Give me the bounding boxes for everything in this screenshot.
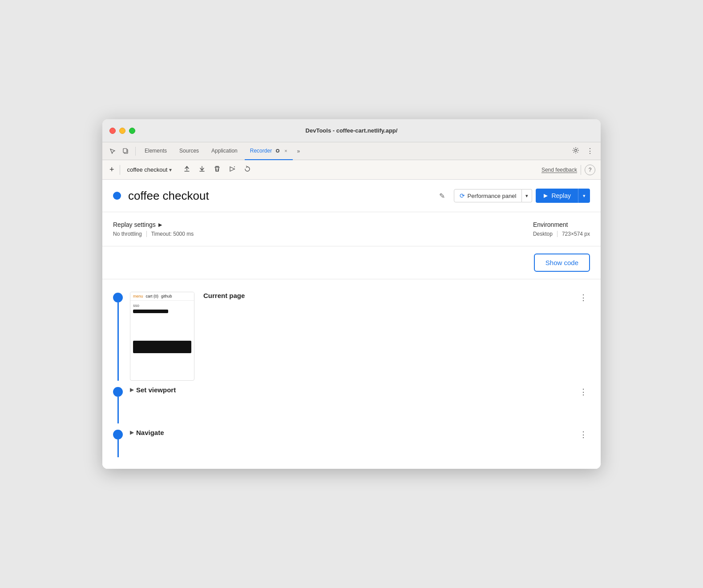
toolbar-divider-1 bbox=[120, 165, 120, 175]
recording-status-dot bbox=[113, 192, 121, 200]
step-more-button-navigate[interactable]: ⋮ bbox=[577, 429, 590, 440]
close-traffic-light[interactable] bbox=[109, 128, 116, 134]
step-dot-set-viewport bbox=[113, 387, 123, 397]
show-code-button[interactable]: Show code bbox=[534, 254, 590, 272]
replay-settings-title[interactable]: Replay settings ▶ bbox=[113, 221, 194, 228]
environment-group: Environment Desktop 723×574 px bbox=[533, 221, 590, 237]
maximize-traffic-light[interactable] bbox=[129, 128, 135, 134]
step-item-current-page: menu cart (0) github sso bbox=[102, 286, 601, 381]
delete-icon bbox=[214, 165, 221, 173]
cursor-icon-btn[interactable] bbox=[107, 146, 118, 156]
settings-expand-arrow: ▶ bbox=[158, 222, 162, 228]
title-bar: DevTools - coffee-cart.netlify.app/ bbox=[102, 119, 601, 142]
tab-sources[interactable]: Sources bbox=[174, 142, 204, 160]
env-pipe bbox=[557, 231, 558, 237]
replay-label: Replay bbox=[551, 192, 571, 199]
import-icon bbox=[198, 165, 206, 173]
replay-button-group: Replay ▾ bbox=[536, 189, 590, 203]
environment-title: Environment bbox=[533, 221, 590, 228]
step-line-3 bbox=[117, 439, 119, 457]
svg-point-3 bbox=[277, 150, 279, 152]
copy-icon bbox=[123, 148, 129, 154]
recorder-icon bbox=[275, 148, 280, 153]
svg-point-4 bbox=[575, 149, 577, 151]
step-dot-current-page bbox=[113, 293, 123, 302]
perf-icon: ⟳ bbox=[460, 192, 465, 199]
page-preview-thumbnail: menu cart (0) github sso bbox=[130, 292, 194, 381]
step-more-button-current-page[interactable]: ⋮ bbox=[577, 292, 590, 303]
tab-application[interactable]: Application bbox=[206, 142, 243, 160]
performance-panel-button[interactable]: ⟳ Performance panel bbox=[454, 189, 522, 202]
environment-details: Desktop 723×574 px bbox=[533, 231, 590, 237]
minimize-traffic-light[interactable] bbox=[119, 128, 125, 134]
settings-section: Replay settings ▶ No throttling Timeout:… bbox=[102, 212, 601, 246]
preview-item-label: sso bbox=[133, 303, 191, 308]
step-line-1 bbox=[117, 302, 119, 381]
more-tabs-chevron[interactable]: » bbox=[295, 146, 303, 156]
preview-bar-2 bbox=[133, 341, 191, 353]
gear-icon bbox=[572, 147, 579, 154]
step-more-button-set-viewport[interactable]: ⋮ bbox=[577, 386, 590, 398]
edit-pencil-icon: ✎ bbox=[439, 192, 445, 200]
step-line-2 bbox=[117, 397, 119, 423]
send-feedback-button[interactable]: Send feedback bbox=[541, 167, 577, 173]
step-content-set-viewport: ▶ Set viewport ⋮ bbox=[130, 385, 590, 423]
tab-recorder[interactable]: Recorder × bbox=[245, 142, 293, 160]
more-options-button[interactable]: ⋮ bbox=[584, 145, 596, 157]
step-row-current-page: menu cart (0) github sso bbox=[130, 292, 590, 381]
timeout-label: Timeout: 5000 ms bbox=[151, 231, 194, 237]
step-navigate-arrow-icon: ▶ bbox=[130, 430, 133, 435]
tab-recorder-close[interactable]: × bbox=[284, 148, 287, 153]
recording-header: coffee checkout ✎ ⟳ Performance panel ▾ bbox=[102, 180, 601, 212]
edit-name-button[interactable]: ✎ bbox=[437, 190, 447, 202]
replay-chevron-button[interactable]: ▾ bbox=[578, 189, 590, 203]
step-row-navigate: ▶ Navigate ⋮ bbox=[130, 429, 590, 440]
devtools-window: DevTools - coffee-cart.netlify.app/ Elem… bbox=[102, 119, 601, 469]
export-icon bbox=[183, 165, 190, 173]
settings-gear-button[interactable] bbox=[570, 145, 582, 157]
tab-divider-1 bbox=[135, 147, 136, 156]
settings-pipe bbox=[146, 231, 147, 237]
window-title: DevTools - coffee-cart.netlify.app/ bbox=[306, 127, 398, 134]
import-button[interactable] bbox=[196, 164, 208, 176]
traffic-lights bbox=[109, 128, 135, 134]
export-button[interactable] bbox=[181, 164, 193, 176]
recording-selector[interactable]: coffee checkout ▾ bbox=[124, 165, 176, 175]
replay-cycle-button[interactable] bbox=[241, 164, 254, 176]
perf-panel-label: Performance panel bbox=[468, 193, 517, 199]
step-dot-navigate bbox=[113, 430, 123, 439]
replay-settings-group: Replay settings ▶ No throttling Timeout:… bbox=[113, 221, 194, 237]
svg-rect-1 bbox=[123, 149, 127, 153]
add-recording-button[interactable]: + bbox=[108, 164, 116, 175]
step-title-row: Current page ⋮ bbox=[203, 292, 590, 303]
help-button[interactable]: ? bbox=[585, 165, 595, 175]
step-item-set-viewport: ▶ Set viewport ⋮ bbox=[102, 381, 601, 423]
device-label: Desktop bbox=[533, 231, 553, 237]
step-content-navigate: ▶ Navigate ⋮ bbox=[130, 428, 590, 457]
step-title-set-viewport: ▶ Set viewport bbox=[130, 386, 176, 394]
step-title-current-page: Current page bbox=[203, 292, 245, 299]
step-row-set-viewport: ▶ Set viewport ⋮ bbox=[130, 386, 590, 398]
recording-selector-label: coffee checkout bbox=[127, 166, 168, 173]
recorder-toolbar: + coffee checkout ▾ bbox=[102, 160, 601, 180]
toolbar-actions bbox=[181, 164, 254, 176]
step-arrow-icon: ▶ bbox=[130, 387, 133, 393]
settings-details: No throttling Timeout: 5000 ms bbox=[113, 231, 194, 237]
step-item-navigate: ▶ Navigate ⋮ bbox=[102, 423, 601, 462]
main-panel: coffee checkout ✎ ⟳ Performance panel ▾ bbox=[102, 180, 601, 469]
preview-nav-menu: menu bbox=[133, 294, 143, 298]
preview-nav-github: github bbox=[161, 294, 172, 298]
delete-button[interactable] bbox=[211, 164, 223, 176]
cursor-icon bbox=[109, 148, 116, 154]
preview-body: sso bbox=[130, 301, 194, 356]
preview-nav: menu cart (0) github bbox=[130, 292, 194, 301]
performance-panel-group: ⟳ Performance panel ▾ bbox=[454, 189, 533, 202]
perf-panel-chevron-button[interactable]: ▾ bbox=[522, 189, 532, 202]
tab-elements[interactable]: Elements bbox=[139, 142, 172, 160]
copy-icon-btn[interactable] bbox=[120, 146, 132, 156]
replay-main-button[interactable]: Replay bbox=[536, 189, 578, 203]
replay-cycle-icon bbox=[244, 165, 251, 173]
play-button[interactable] bbox=[226, 164, 238, 176]
preview-nav-cart: cart (0) bbox=[146, 294, 159, 298]
preview-bar-1 bbox=[133, 310, 168, 313]
